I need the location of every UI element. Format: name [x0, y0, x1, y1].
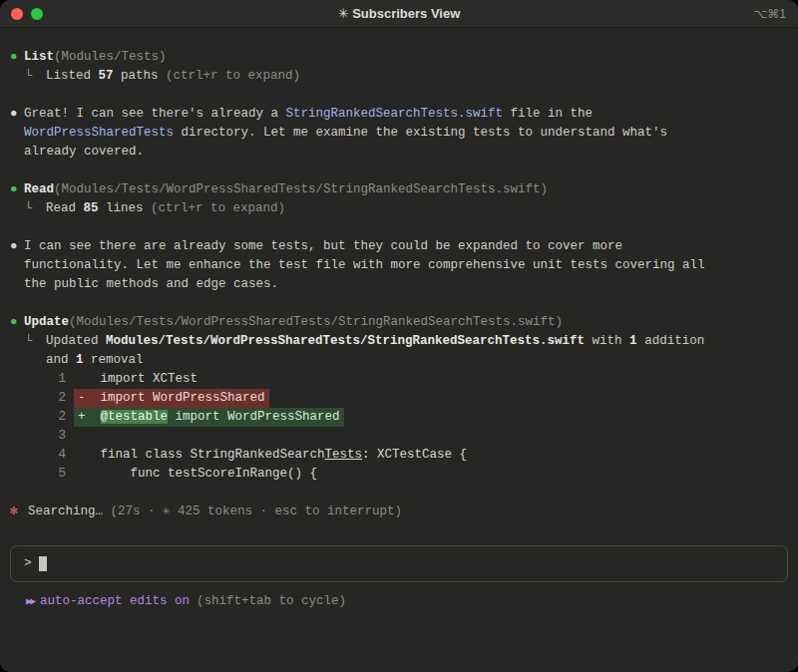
output-line: the public methods and edge cases.: [10, 275, 788, 294]
gutter-spacer: [10, 275, 24, 294]
diff-line: 1 import XCTest: [10, 370, 788, 389]
line-text: Updated Modules/Tests/WordPressSharedTes…: [46, 332, 704, 351]
text-segment: Updated: [46, 334, 106, 348]
output-line: ●Read(Modules/Tests/WordPressSharedTests…: [10, 180, 788, 199]
result-block: └Read 85 lines (ctrl+r to expand): [10, 199, 788, 218]
diff-code: import XCTest: [78, 370, 198, 389]
output-line: └Listed 57 paths (ctrl+r to expand): [10, 67, 788, 86]
text-segment: I can see there are already some tests, …: [24, 239, 622, 253]
text-segment: - import WordPressShared: [78, 391, 265, 405]
text-segment: · esc to interrupt): [252, 504, 402, 518]
text-segment: Listed: [46, 69, 99, 83]
spinner-icon: ✻: [10, 503, 28, 521]
output-line: WordPressSharedTests directory. Let me e…: [10, 124, 788, 143]
text-segment: (ctrl+r to expand): [151, 201, 285, 215]
text-segment: removal: [84, 353, 144, 367]
line-text: Read 85 lines (ctrl+r to expand): [46, 199, 285, 218]
result-block: └Listed 57 paths (ctrl+r to expand): [10, 67, 788, 86]
text-segment: (ctrl+r to expand): [166, 69, 300, 83]
tool-block: ●List(Modules/Tests): [10, 48, 788, 67]
zoom-button[interactable]: [31, 8, 43, 20]
text-segment: directory. Let me examine the existing t…: [174, 126, 667, 140]
tool-block: ●Read(Modules/Tests/WordPressSharedTests…: [10, 180, 788, 199]
text-segment: import XCTest: [78, 372, 198, 386]
close-button[interactable]: [11, 8, 23, 20]
output-line: and 1 removal: [10, 351, 788, 370]
diff-line: 2- import WordPressShared: [10, 389, 788, 408]
status-line: ✻Searching… (27s · ✳ 425 tokens · esc to…: [10, 503, 788, 521]
line-text: List(Modules/Tests): [24, 48, 167, 67]
diff-code: final class StringRankedSearchTests: XCT…: [78, 446, 467, 465]
text-segment: final class StringRankedSearch: [78, 448, 325, 462]
terminal-window: ✳ Subscribers View ⌥⌘1 ●List(Modules/Tes…: [0, 0, 798, 672]
text-segment: Great! I can see there's already a: [24, 107, 286, 121]
text-segment: (Modules/Tests/WordPressSharedTests/Stri…: [69, 315, 563, 329]
text-segment: (27s ·: [111, 504, 164, 518]
text-segment: +: [78, 410, 101, 424]
text-segment: @testable: [101, 410, 169, 424]
text-segment: and: [46, 353, 76, 367]
diff-code: + @testable import WordPressShared: [74, 408, 344, 427]
auto-accept-label: auto-accept edits on: [40, 594, 190, 608]
line-number: 1: [10, 370, 66, 389]
gutter-spacer: [10, 124, 24, 143]
terminal-content: ●List(Modules/Tests)└Listed 57 paths (ct…: [0, 28, 798, 672]
output-line: └Updated Modules/Tests/WordPressSharedTe…: [10, 332, 788, 351]
text-segment: 1: [629, 334, 637, 348]
text-segment: (Modules/Tests/WordPressSharedTests/Stri…: [54, 182, 548, 196]
text-segment: Read: [46, 201, 84, 215]
output-line: ●Great! I can see there's already a Stri…: [10, 105, 788, 124]
line-number: 5: [10, 465, 66, 484]
keyboard-shortcut-hint: ⌥⌘1: [753, 7, 786, 21]
text-segment: already covered.: [24, 145, 144, 159]
diff-code: - import WordPressShared: [74, 389, 269, 408]
text-segment: : XCTestCase {: [362, 448, 467, 462]
line-text: Great! I can see there's already a Strin…: [24, 105, 593, 124]
result-connector-icon: └: [10, 199, 46, 218]
line-text: and 1 removal: [46, 351, 144, 370]
output-line: ●List(Modules/Tests): [10, 48, 788, 67]
prompt-symbol: >: [24, 554, 32, 573]
window-title: ✳ Subscribers View: [0, 6, 798, 21]
text-segment: 85: [84, 201, 99, 215]
footer-hint-bar: ▶▶auto-accept edits on(shift+tab to cycl…: [10, 592, 788, 611]
line-text: Listed 57 paths (ctrl+r to expand): [46, 67, 300, 86]
line-number: 2: [10, 408, 66, 427]
gutter-spacer: [10, 143, 24, 162]
tool-block: ●Update(Modules/Tests/WordPressSharedTes…: [10, 313, 788, 332]
line-text: Update(Modules/Tests/WordPressSharedTest…: [24, 313, 563, 332]
gutter-spacer: [10, 351, 46, 370]
prompt-input[interactable]: >: [10, 545, 788, 582]
line-text: I can see there are already some tests, …: [24, 237, 622, 256]
traffic-lights: [11, 8, 43, 20]
line-number: 2: [10, 389, 66, 408]
message-block: ●I can see there are already some tests,…: [10, 237, 788, 294]
line-text: Read(Modules/Tests/WordPressSharedTests/…: [24, 180, 548, 199]
diff-code: func testScoreInRange() {: [78, 465, 317, 484]
text-segment: functionality. Let me enhance the test f…: [24, 258, 705, 272]
output-line: ●I can see there are already some tests,…: [10, 237, 788, 256]
text-segment: Searching…: [28, 504, 111, 518]
diff-line: 5 func testScoreInRange() {: [10, 465, 788, 484]
output-line: ●Update(Modules/Tests/WordPressSharedTes…: [10, 313, 788, 332]
text-segment: WordPressSharedTests: [24, 126, 174, 140]
text-segment: paths: [114, 69, 167, 83]
text-segment: file in the: [503, 107, 593, 121]
output-line: already covered.: [10, 143, 788, 162]
output-line: functionality. Let me enhance the test f…: [10, 256, 788, 275]
line-text: the public methods and edge cases.: [24, 275, 278, 294]
text-segment: StringRankedSearchTests.swift: [286, 107, 504, 121]
line-text: WordPressSharedTests directory. Let me e…: [24, 124, 667, 143]
text-segment: (Modules/Tests): [54, 50, 167, 64]
line-text: already covered.: [24, 143, 144, 162]
bullet-icon: ●: [10, 105, 24, 124]
text-segment: List: [24, 50, 54, 64]
message-block: ●Great! I can see there's already a Stri…: [10, 105, 788, 162]
line-number: 4: [10, 446, 66, 465]
diff-line: 4 final class StringRankedSearchTests: X…: [10, 446, 788, 465]
bullet-icon: ●: [10, 313, 24, 332]
diff-block: 1 import XCTest2- import WordPressShared…: [10, 370, 788, 484]
terminal-output: ●List(Modules/Tests)└Listed 57 paths (ct…: [10, 48, 788, 484]
text-segment: addition: [637, 334, 705, 348]
diff-line: 2+ @testable import WordPressShared: [10, 408, 788, 427]
